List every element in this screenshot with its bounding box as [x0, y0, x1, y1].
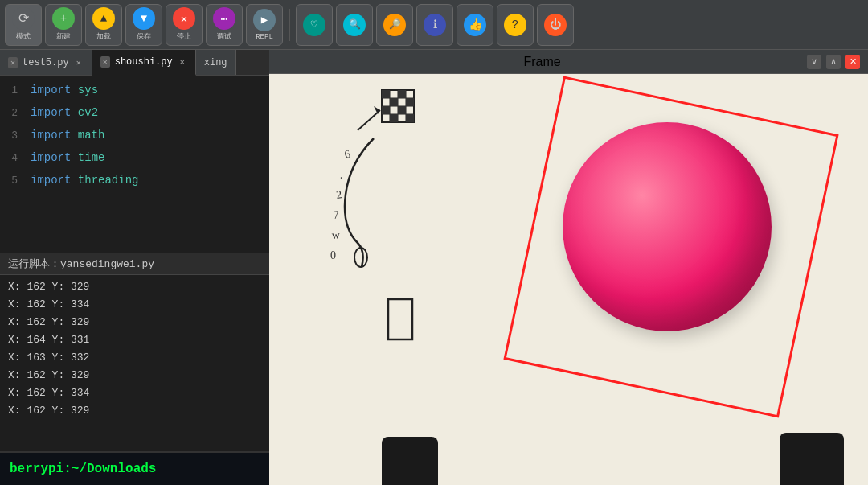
svg-rect-7 — [382, 90, 390, 98]
line-content-3: import math — [24, 129, 104, 142]
tab-test5[interactable]: ✕ test5.py ✕ — [0, 50, 92, 75]
output-line-2: X: 162 Y: 334 — [8, 296, 261, 314]
svg-text:2: 2 — [335, 188, 342, 201]
frame-minimize-button[interactable]: ∨ — [807, 55, 821, 69]
tab-shoushi-label: shoushi.py — [115, 56, 173, 68]
code-line-5: 5 import threading — [0, 169, 269, 191]
code-line-2: 2 import cv2 — [0, 101, 269, 124]
debug-icon: ⋯ — [221, 12, 227, 26]
terminal-bar: berrypi:~/Downloads — [0, 451, 269, 485]
load-button[interactable]: ▲ 加载 — [85, 4, 122, 46]
code-editor[interactable]: 1 import sys 2 import cv2 3 import math … — [0, 76, 269, 253]
svg-rect-18 — [388, 299, 412, 339]
stop-button[interactable]: ✕ 停止 — [166, 4, 203, 46]
svg-rect-13 — [390, 114, 398, 122]
frame-titlebar: Frame ∨ ∧ ✕ — [269, 50, 868, 74]
main-area: ✕ test5.py ✕ ✕ shoushi.py ✕ xing 1 impor… — [0, 50, 868, 485]
new-button[interactable]: + 新建 — [45, 4, 82, 46]
detected-ball — [563, 122, 772, 331]
debug-button[interactable]: ⋯ 调试 — [206, 4, 243, 46]
save-icon: ▼ — [141, 12, 147, 25]
diagram-area: 6 . 2 7 w 0 — [301, 82, 502, 380]
zoom-out-icon: 🔎 — [389, 18, 401, 31]
svg-text:.: . — [338, 169, 343, 181]
frame-maximize-button[interactable]: ∧ — [826, 55, 841, 69]
code-line-4: 4 import time — [0, 146, 269, 169]
tab-shoushi-close-btn[interactable]: ✕ — [178, 56, 187, 68]
stop-label: 停止 — [177, 31, 191, 42]
zoom-in-icon: 🔍 — [349, 18, 361, 31]
tab-shoushi[interactable]: ✕ shoushi.py ✕ — [92, 50, 196, 76]
tab-xing-label: xing — [204, 57, 227, 68]
repl-icon: ▶ — [261, 13, 268, 27]
keyword-1: import — [31, 84, 71, 97]
line-num-1: 1 — [0, 84, 24, 97]
line-content-4: import time — [24, 151, 104, 164]
line-content-5: import threading — [24, 174, 138, 187]
power-button[interactable]: ⏻ — [537, 4, 574, 46]
svg-rect-12 — [398, 106, 406, 114]
svg-rect-10 — [406, 98, 414, 106]
info-icon: ℹ — [433, 18, 437, 31]
black-object-right — [780, 433, 844, 485]
keyword-4: import — [31, 151, 71, 164]
code-line-1: 1 import sys — [0, 79, 269, 101]
mode-label: 模式 — [16, 31, 31, 42]
toolbar-separator — [289, 9, 290, 41]
terminal-text: berrypi:~/Downloads — [10, 462, 156, 476]
zoom-in-button[interactable]: 🔍 — [336, 4, 373, 46]
zoom-out-button[interactable]: 🔎 — [376, 4, 413, 46]
heartbeat-icon: ♡ — [311, 18, 317, 31]
module-5: threading — [78, 174, 139, 187]
save-label: 保存 — [137, 31, 151, 42]
help-icon: ? — [512, 18, 518, 31]
new-icon: + — [60, 12, 67, 25]
heartbeat-button[interactable]: ♡ — [296, 4, 333, 46]
frame-title: Frame — [277, 55, 807, 69]
keyword-3: import — [31, 129, 71, 142]
frame-close-button[interactable]: ✕ — [845, 55, 860, 69]
output-line-5: X: 163 Y: 332 — [8, 349, 261, 367]
code-line-3: 3 import math — [0, 124, 269, 146]
repl-button[interactable]: ▶ REPL — [246, 4, 283, 46]
tab-test5-close-btn[interactable]: ✕ — [74, 57, 84, 68]
output-line-4: X: 164 Y: 331 — [8, 331, 261, 349]
power-icon: ⏻ — [550, 18, 561, 31]
tab-test5-close[interactable]: ✕ — [8, 57, 18, 68]
mode-button[interactable]: ⟳ 模式 — [5, 4, 42, 46]
output-line-7: X: 162 Y: 334 — [8, 384, 261, 402]
svg-rect-8 — [398, 90, 406, 98]
output-line-6: X: 162 Y: 329 — [8, 367, 261, 384]
black-object-left — [382, 437, 438, 485]
script-label: 运行脚本：yansedingwei.py — [0, 253, 269, 275]
load-icon: ▲ — [100, 12, 107, 25]
svg-text:7: 7 — [333, 208, 339, 221]
like-button[interactable]: 👍 — [457, 4, 493, 46]
svg-text:w: w — [331, 228, 341, 241]
module-3: math — [78, 129, 105, 142]
svg-rect-11 — [382, 106, 390, 114]
tab-shoushi-close[interactable]: ✕ — [100, 56, 110, 68]
stop-icon: ✕ — [181, 12, 187, 26]
left-panel: ✕ test5.py ✕ ✕ shoushi.py ✕ xing 1 impor… — [0, 50, 269, 485]
output-area: X: 162 Y: 329 X: 162 Y: 334 X: 162 Y: 32… — [0, 275, 269, 452]
mode-icon: ⟳ — [18, 10, 29, 27]
toolbar: ⟳ 模式 + 新建 ▲ 加载 ▼ 保存 ✕ 停止 ⋯ 调试 ▶ REPL ♡ 🔍… — [0, 0, 868, 50]
keyword-5: import — [31, 174, 71, 187]
camera-view: 6 . 2 7 w 0 — [269, 74, 868, 485]
output-line-3: X: 162 Y: 329 — [8, 314, 261, 331]
svg-text:6: 6 — [343, 148, 352, 161]
line-num-4: 4 — [0, 152, 24, 164]
tabs-bar: ✕ test5.py ✕ ✕ shoushi.py ✕ xing — [0, 50, 269, 76]
module-2: cv2 — [78, 106, 98, 119]
output-line-8: X: 162 Y: 329 — [8, 402, 261, 420]
frame-controls: ∨ ∧ ✕ — [807, 55, 860, 69]
info-button[interactable]: ℹ — [416, 4, 453, 46]
tab-xing[interactable]: xing — [196, 50, 236, 75]
keyword-2: import — [31, 106, 71, 119]
module-1: sys — [78, 84, 98, 97]
svg-rect-14 — [406, 114, 414, 122]
help-button[interactable]: ? — [497, 4, 534, 46]
repl-label: REPL — [256, 33, 273, 41]
save-button[interactable]: ▼ 保存 — [125, 4, 162, 46]
